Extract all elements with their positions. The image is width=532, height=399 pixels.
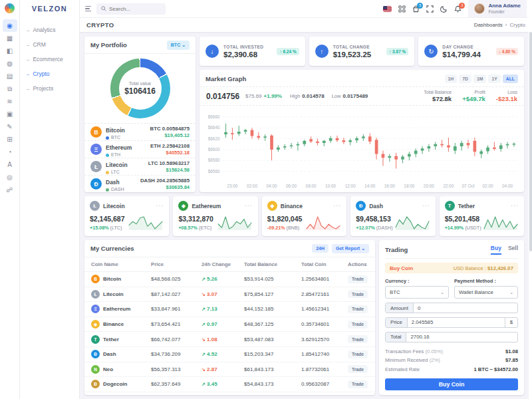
table-row-binance[interactable]: ◆Binance $73,654.421 ↗ 0.97 $48,367.125 … [84,317,375,332]
cell-change: ↘ 3.07 [201,291,244,297]
sidebar-item-apps-icon[interactable]: ▦ [3,32,17,45]
brand-logo-icon[interactable] [5,3,15,13]
market-totals: Total Balance$72.8kProfit+$49.7kLoss-$23… [424,90,517,102]
trade-button[interactable]: Trade [348,365,368,373]
high-label: High [290,93,300,99]
page-title-bar: CRYPTO Dashboards › Crypto [80,17,532,32]
trade-button[interactable]: Trade [348,305,368,313]
coin-icon: B [90,126,102,138]
sidebar-item-dashboards-icon[interactable]: ◉ [3,19,17,32]
trade-button[interactable]: Trade [348,335,368,343]
trade-button[interactable]: Trade [348,380,368,388]
notifications-bell-icon[interactable]: 3 [454,5,462,13]
trade-button[interactable]: Trade [348,350,368,358]
more-options-icon[interactable]: ··· [511,204,519,207]
breadcrumb-separator: › [505,22,507,28]
table-row-neo[interactable]: NNeo $56,357.313 ↘ 2.87 $61,843.173 1.87… [84,362,375,378]
sidebar-item-forms-icon[interactable]: ✎ [3,120,17,133]
coin-icon: Ξ [91,305,100,313]
summary-label: Estimated Rate [385,366,420,372]
cell-price: $33,847.961 [151,306,201,312]
range-1m-button[interactable]: 1M [473,74,486,83]
table-row-dash[interactable]: ĐDash $34,736.209 ↗ 4.52 $15,203.347 1.8… [84,347,375,362]
total-input[interactable] [406,332,517,342]
range-1y-button[interactable]: 1Y [488,74,500,83]
sidebar-item-tables-icon[interactable]: ⊞ [3,133,17,146]
trade-button[interactable]: Trade [348,275,368,283]
portfolio-asset-row[interactable]: Ξ Ethereum ETH ETH 2.25842108 $40552.18 [84,140,196,158]
hamburger-icon[interactable] [85,6,91,11]
user-menu[interactable]: Anna Adame Founder [468,0,527,17]
search-input[interactable] [109,6,158,12]
table-row-bitcoin[interactable]: BBitcoin $48,568.025 ↗ 5.26 $53,914.025 … [84,272,375,287]
coin-icon: N [91,365,100,374]
sidebar-item-advance-ui-icon[interactable]: ▣ [3,108,17,120]
sidebar-item-icons-icon[interactable]: A [3,158,17,171]
sidebar-item-base-ui-icon[interactable]: ≋ [3,95,17,108]
portfolio-currency-dropdown[interactable]: BTC ⌄ [167,41,190,50]
cell-total-coin: 1.87732061 [301,366,348,372]
trade-button[interactable]: Trade [348,321,368,329]
portfolio-asset-row[interactable]: Đ Dash DASH DASH 204.28565885 $30635.84 [84,175,196,192]
sidebar-item-widgets-icon[interactable]: ⧉ [3,82,17,95]
sidebar-item-multilevel-icon[interactable]: ☍ [3,184,17,196]
svg-text:23:00: 23:00 [227,184,237,188]
table-row-litecoin[interactable]: ŁLitecoin $87,142.027 ↘ 3.07 $75,854.127… [84,287,375,303]
sidebar-item-auth-icon[interactable]: ◍ [3,57,17,70]
cell-total-balance: $44,152.185 [244,306,301,312]
table-row-tether[interactable]: TTether $66,742.077 ↘ 1.08 $53,487.083 3… [84,332,375,347]
user-role: Founder [488,9,521,15]
language-flag-icon[interactable] [383,6,392,12]
range-24h-button[interactable]: 24H [312,244,329,253]
market-price-change: +1.99% [264,93,282,99]
portfolio-asset-row[interactable]: Ł Litecoin LTC LTC 10.58963217 $15824.58 [84,158,196,175]
table-row-dogecoin[interactable]: ÐDogecoin $62,357.649 ↗ 3.45 $54,843.173… [84,377,375,392]
cart-icon[interactable]: 5 [412,5,420,13]
payment-method-select[interactable]: Wallet Balance⌄ [454,286,518,299]
sidebar-item-pages-icon[interactable]: ▤ [3,70,17,82]
trade-button[interactable]: Trade [348,290,368,298]
cell-total-coin: 0.35734601 [301,321,348,327]
range-7d-button[interactable]: 7D [459,74,471,83]
sidebar-item-projects[interactable]: –Projects [20,81,79,96]
table-row-eathereum[interactable]: ΞEathereum $33,847.961 ↗ 7.13 $44,152.18… [84,302,375,317]
portfolio-asset-row[interactable]: B Bitcoin BTC BTC 0.00584875 $19,405.12 [84,123,196,140]
cell-change: ↗ 5.26 [201,276,244,282]
brand-logo-text[interactable]: VELZON [20,0,79,17]
sidebar-item-maps-icon[interactable]: ◎ [3,171,17,184]
scrollbar-thumb[interactable] [529,32,532,251]
breadcrumb-dashboards[interactable]: Dashboards [474,22,503,28]
more-options-icon[interactable]: ··· [156,204,164,207]
icon-rail-items: ◉▦◧◍▤⧉≋▣✎⊞◔A◎☍ [3,19,17,196]
sidebar-item-analytics[interactable]: –Analytics [20,23,79,37]
price-currency-suffix: $ [505,318,517,327]
sidebar-item-crypto[interactable]: –Crypto [20,66,79,81]
range-1h-button[interactable]: 1H [445,74,458,83]
sidebar-item-charts-icon[interactable]: ◔ [3,146,17,158]
sidebar-item-layouts-icon[interactable]: ◧ [3,45,17,57]
dark-mode-icon[interactable] [440,5,448,13]
get-report-dropdown[interactable]: Get Report ⌄ [332,244,369,253]
buy-coin-button[interactable]: Buy Coin [385,378,518,390]
currency-select[interactable]: BTC⌄ [385,286,449,299]
stat-label: TOTAL INVESTED [223,45,263,49]
tab-buy[interactable]: Buy [491,245,501,255]
cell-total-coin: 3.62912570 [301,336,348,342]
sidebar-item-crm[interactable]: –CRM [20,37,79,52]
sidebar-item-ecommerce[interactable]: –Ecommerce [20,52,79,66]
more-options-icon[interactable]: ··· [422,204,430,207]
more-options-icon[interactable]: ··· [245,204,253,207]
fullscreen-icon[interactable] [426,5,434,13]
cell-coin-name: Binance [103,321,124,327]
price-input[interactable] [408,318,505,327]
market-graph-title: Market Graph [205,75,246,82]
summary-value: $7.85 [505,356,518,365]
range-all-button[interactable]: ALL [503,74,518,83]
tab-sell[interactable]: Sell [508,245,518,255]
asset-bullet [106,154,109,157]
svg-text:10:00: 10:00 [325,184,336,188]
more-options-icon[interactable]: ··· [333,204,341,207]
apps-grid-icon[interactable] [398,5,406,13]
amount-input[interactable] [414,303,517,313]
stats-row: ↓ TOTAL INVESTED $2,390.68 ↑ 6.24 % ↑ TO… [200,37,524,66]
